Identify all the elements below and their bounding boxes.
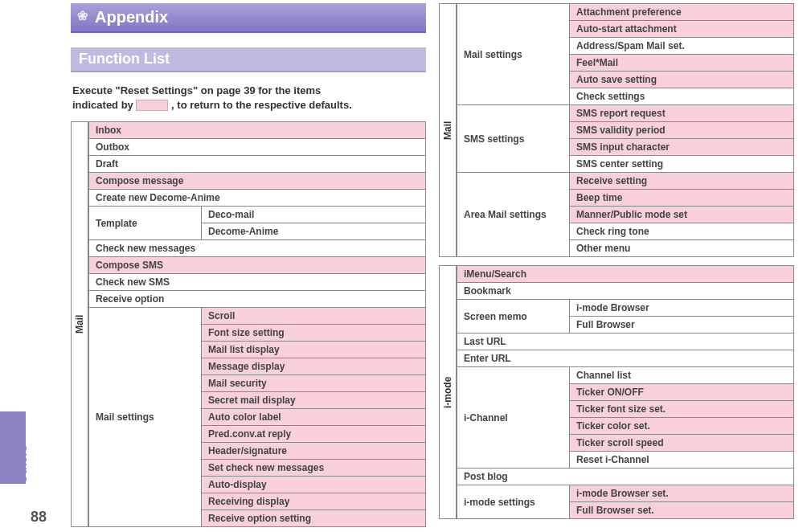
function-list-header: Function List bbox=[71, 47, 426, 72]
mail-mid-row: Check new SMS bbox=[89, 274, 426, 291]
sms-settings-cell: SMS report request bbox=[570, 105, 794, 122]
i-channel-cell: Ticker scroll speed bbox=[570, 435, 794, 452]
template-row-1: Template Deco-mail bbox=[89, 207, 426, 223]
mail-mid-cell: Compose SMS bbox=[89, 257, 426, 274]
imode-mid-cell: Last URL bbox=[457, 334, 794, 350]
imode-top-row: iMenu/Search bbox=[457, 266, 794, 283]
mail-settings-cell: Secret mail display bbox=[202, 392, 426, 409]
mail-settings-r-row: Mail settingsAttachment preference bbox=[457, 4, 794, 21]
mail-rows-left: InboxOutboxDraftCompose messageCreate ne… bbox=[88, 121, 426, 527]
screen-memo-row-1: Screen memo i-mode Browser bbox=[457, 300, 794, 317]
function-list-title: Function List bbox=[79, 51, 170, 67]
appendix-title: Appendix bbox=[95, 8, 168, 26]
mail-settings-cell: Auto-display bbox=[202, 477, 426, 493]
mail-mid-row: Receive option bbox=[89, 291, 426, 308]
page-number: 88 bbox=[31, 509, 47, 526]
mail-top-cell: Compose message bbox=[89, 173, 426, 190]
mail-top-cell: Draft bbox=[89, 156, 426, 173]
mail-settings-cell: Pred.conv.at reply bbox=[202, 426, 426, 443]
mail-top-cell: Inbox bbox=[89, 122, 426, 139]
mail-top-row: Inbox bbox=[89, 122, 426, 139]
i-channel-label: i-Channel bbox=[457, 367, 570, 469]
mail-settings-cell: Message display bbox=[202, 358, 426, 375]
i-channel-cell: Ticker font size set. bbox=[570, 401, 794, 418]
mail-mid-row: Check new messages bbox=[89, 240, 426, 257]
mail-top-cell: Create new Decome-Anime bbox=[89, 190, 426, 207]
highlight-swatch bbox=[136, 100, 168, 111]
mail-table-left: Mail InboxOutboxDraftCompose messageCrea… bbox=[71, 121, 426, 527]
template-deco-mail: Deco-mail bbox=[202, 207, 426, 223]
area-mail-settings-row: Area Mail settingsReceive setting bbox=[457, 173, 794, 190]
intro-line2a: indicated by bbox=[72, 99, 136, 111]
mail-top-row: Draft bbox=[89, 156, 426, 173]
template-decome-anime: Decome-Anime bbox=[202, 223, 426, 240]
appendix-header: Appendix bbox=[71, 3, 426, 33]
area-mail-settings-label: Area Mail settings bbox=[457, 173, 570, 257]
mail-mid-row: Compose SMS bbox=[89, 257, 426, 274]
mail-settings-r-cell: Address/Spam Mail set. bbox=[570, 38, 794, 55]
mail-top-row: Outbox bbox=[89, 139, 426, 156]
template-label: Template bbox=[89, 207, 202, 240]
intro-line2b: , to return to the respective defaults. bbox=[171, 99, 352, 111]
imode-table: i-mode iMenu/SearchBookmark Screen memo … bbox=[439, 265, 794, 519]
mail-settings-r-cell: Check settings bbox=[570, 88, 794, 105]
sms-settings-cell: SMS input character bbox=[570, 139, 794, 156]
imode-settings-row: i-mode settingsi-mode Browser set. bbox=[457, 485, 794, 502]
area-mail-settings-cell: Receive setting bbox=[570, 173, 794, 190]
imode-group-label: i-mode bbox=[439, 265, 457, 519]
mail-top-row: Compose message bbox=[89, 173, 426, 190]
mail-settings-cell: Header/signature bbox=[202, 443, 426, 460]
mail-settings-label: Mail settings bbox=[89, 308, 202, 527]
left-column: Appendix Function List Execute "Reset Se… bbox=[71, 3, 426, 527]
sms-settings-cell: SMS center setting bbox=[570, 156, 794, 173]
page-margin: Others 88 bbox=[0, 0, 63, 532]
area-mail-settings-cell: Manner/Public mode set bbox=[570, 207, 794, 223]
mail-mid-cell: Check new SMS bbox=[89, 274, 426, 291]
imode-mid-row: Enter URL bbox=[457, 350, 794, 367]
post-blog-row: Post blog bbox=[457, 469, 794, 485]
mail-mid-cell: Check new messages bbox=[89, 240, 426, 257]
mail-settings-cell: Set check new messages bbox=[202, 460, 426, 477]
post-blog-cell: Post blog bbox=[457, 469, 794, 485]
mail-settings-row: Mail settingsScroll bbox=[89, 308, 426, 325]
imode-settings-cell: i-mode Browser set. bbox=[570, 485, 794, 502]
imode-mid-row: Last URL bbox=[457, 334, 794, 350]
area-mail-settings-cell: Check ring tone bbox=[570, 223, 794, 240]
imode-top-cell: Bookmark bbox=[457, 283, 794, 300]
mail-settings-r-cell: Auto save setting bbox=[570, 72, 794, 88]
mail-settings-cell: Receive option setting bbox=[202, 510, 426, 527]
mail-settings-cell: Mail security bbox=[202, 375, 426, 392]
right-column: Mail Mail settingsAttachment preferenceA… bbox=[439, 3, 794, 527]
mail-table-right: Mail Mail settingsAttachment preferenceA… bbox=[439, 3, 794, 257]
mail-settings-r-cell: Auto-start attachment bbox=[570, 21, 794, 38]
screen-memo-imode: i-mode Browser bbox=[570, 300, 794, 317]
i-channel-cell: Ticker ON/OFF bbox=[570, 384, 794, 401]
section-tab-label: Others bbox=[15, 445, 29, 484]
sms-settings-row: SMS settingsSMS report request bbox=[457, 105, 794, 122]
intro-text: Execute "Reset Settings" on page 39 for … bbox=[72, 84, 424, 112]
imode-mid-cell: Enter URL bbox=[457, 350, 794, 367]
mail-top-row: Create new Decome-Anime bbox=[89, 190, 426, 207]
i-channel-cell: Reset i-Channel bbox=[570, 452, 794, 469]
mail-settings-r-cell: Feel*Mail bbox=[570, 55, 794, 72]
section-tab: Others bbox=[0, 411, 26, 484]
mail-settings-cell: Receiving display bbox=[202, 493, 426, 510]
mail-top-cell: Outbox bbox=[89, 139, 426, 156]
mail-settings-r-label: Mail settings bbox=[457, 4, 570, 105]
imode-top-row: Bookmark bbox=[457, 283, 794, 300]
i-channel-cell: Ticker color set. bbox=[570, 418, 794, 435]
imode-top-cell: iMenu/Search bbox=[457, 266, 794, 283]
area-mail-settings-cell: Other menu bbox=[570, 240, 794, 257]
i-channel-row: i-ChannelChannel list bbox=[457, 367, 794, 384]
mail-group-label-right: Mail bbox=[439, 3, 457, 257]
screen-memo-label: Screen memo bbox=[457, 300, 570, 334]
mail-settings-cell: Mail list display bbox=[202, 342, 426, 358]
area-mail-settings-cell: Beep time bbox=[570, 190, 794, 207]
imode-rows: iMenu/SearchBookmark Screen memo i-mode … bbox=[457, 265, 794, 519]
mail-settings-r-cell: Attachment preference bbox=[570, 4, 794, 21]
imode-settings-cell: Full Browser set. bbox=[570, 502, 794, 519]
mail-settings-cell: Scroll bbox=[202, 308, 426, 325]
mail-mid-cell: Receive option bbox=[89, 291, 426, 308]
mail-settings-cell: Font size setting bbox=[202, 325, 426, 342]
mail-group-label: Mail bbox=[71, 121, 88, 527]
